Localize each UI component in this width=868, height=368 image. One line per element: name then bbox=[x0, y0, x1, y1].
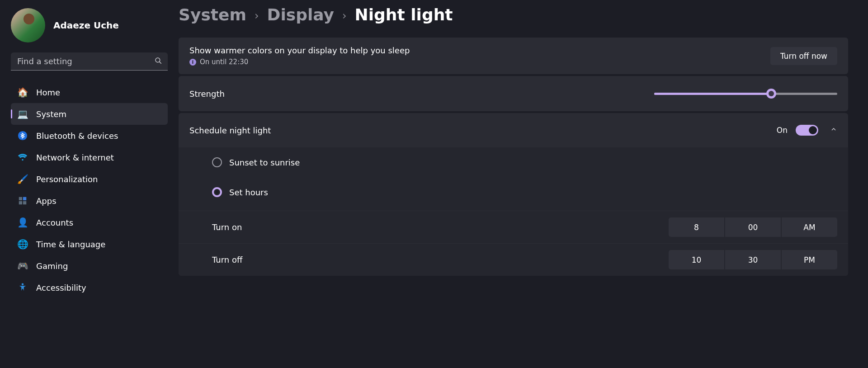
sidebar: Adaeze Uche 🏠Home💻SystemBluetooth & devi… bbox=[0, 0, 179, 368]
svg-rect-3 bbox=[19, 197, 22, 200]
chevron-up-icon[interactable] bbox=[830, 126, 837, 135]
sidebar-item-label: Gaming bbox=[36, 261, 68, 271]
avatar[interactable] bbox=[11, 8, 45, 42]
time-icon: 🌐 bbox=[17, 239, 28, 250]
schedule-options: Sunset to sunrise Set hours bbox=[179, 147, 848, 211]
search-icon[interactable] bbox=[154, 57, 162, 66]
turn-off-hour[interactable]: 10 bbox=[669, 250, 724, 269]
bluetooth-icon bbox=[17, 130, 28, 141]
turn-off-row: Turn off 10 30 PM bbox=[179, 243, 848, 276]
turn-off-now-button[interactable]: Turn off now bbox=[770, 47, 837, 65]
sidebar-item-accessibility[interactable]: Accessibility bbox=[11, 277, 168, 298]
sidebar-item-label: Accessibility bbox=[36, 283, 86, 293]
sidebar-item-accounts[interactable]: 👤Accounts bbox=[11, 212, 168, 233]
breadcrumb-current: Night light bbox=[355, 5, 453, 24]
night-light-status: On until 22:30 bbox=[200, 58, 248, 66]
svg-rect-6 bbox=[23, 201, 26, 204]
svg-point-7 bbox=[22, 283, 24, 285]
info-icon: i bbox=[189, 59, 196, 66]
sidebar-item-label: Time & language bbox=[36, 240, 105, 249]
sidebar-item-system[interactable]: 💻System bbox=[11, 103, 168, 125]
schedule-label: Schedule night light bbox=[189, 126, 271, 135]
svg-rect-5 bbox=[19, 201, 22, 204]
radio-icon[interactable] bbox=[212, 157, 222, 167]
chevron-right-icon: › bbox=[255, 9, 259, 22]
sidebar-item-home[interactable]: 🏠Home bbox=[11, 81, 168, 103]
sidebar-item-bluetooth[interactable]: Bluetooth & devices bbox=[11, 125, 168, 146]
accounts-icon: 👤 bbox=[17, 217, 28, 228]
sidebar-item-label: Home bbox=[36, 88, 60, 97]
user-name: Adaeze Uche bbox=[53, 20, 119, 31]
sidebar-item-time[interactable]: 🌐Time & language bbox=[11, 233, 168, 255]
turn-off-ampm[interactable]: PM bbox=[782, 250, 837, 269]
apps-icon bbox=[17, 195, 28, 206]
night-light-status-card: Show warmer colors on your display to he… bbox=[179, 38, 848, 74]
strength-label: Strength bbox=[189, 89, 225, 99]
schedule-card: Schedule night light On Sunset to sunris… bbox=[179, 113, 848, 276]
schedule-toggle-text: On bbox=[777, 126, 788, 135]
system-icon: 💻 bbox=[17, 109, 28, 119]
schedule-toggle[interactable] bbox=[796, 125, 818, 136]
sidebar-item-gaming[interactable]: 🎮Gaming bbox=[11, 255, 168, 277]
turn-on-ampm[interactable]: AM bbox=[782, 217, 837, 237]
breadcrumb: System › Display › Night light bbox=[179, 5, 848, 38]
personalization-icon: 🖌️ bbox=[17, 174, 28, 184]
option-sunset-to-sunrise[interactable]: Sunset to sunrise bbox=[179, 147, 848, 177]
svg-line-1 bbox=[160, 62, 161, 64]
search-input[interactable] bbox=[11, 52, 168, 71]
turn-on-time-picker: 8 00 AM bbox=[669, 217, 837, 237]
sidebar-item-label: Bluetooth & devices bbox=[36, 131, 118, 141]
svg-rect-4 bbox=[23, 197, 26, 200]
option-label: Set hours bbox=[229, 188, 268, 197]
radio-icon[interactable] bbox=[212, 187, 222, 197]
sidebar-item-label: Personalization bbox=[36, 175, 98, 184]
svg-point-0 bbox=[156, 58, 160, 62]
nav-list: 🏠Home💻SystemBluetooth & devicesNetwork &… bbox=[0, 79, 179, 298]
accessibility-icon bbox=[17, 282, 28, 293]
sidebar-item-apps[interactable]: Apps bbox=[11, 190, 168, 212]
sidebar-item-label: Apps bbox=[36, 196, 57, 206]
option-label: Sunset to sunrise bbox=[229, 158, 300, 167]
option-set-hours[interactable]: Set hours bbox=[179, 177, 848, 211]
strength-card: Strength bbox=[179, 76, 848, 111]
turn-off-label: Turn off bbox=[212, 255, 242, 264]
chevron-right-icon: › bbox=[342, 9, 347, 22]
breadcrumb-system[interactable]: System bbox=[179, 5, 246, 24]
search-wrap bbox=[11, 52, 168, 71]
sidebar-item-label: System bbox=[36, 109, 66, 119]
home-icon: 🏠 bbox=[17, 87, 28, 98]
breadcrumb-display[interactable]: Display bbox=[267, 5, 334, 24]
slider-thumb[interactable] bbox=[766, 89, 776, 99]
strength-slider[interactable] bbox=[654, 89, 837, 99]
sidebar-item-network[interactable]: Network & internet bbox=[11, 146, 168, 168]
sidebar-item-personalization[interactable]: 🖌️Personalization bbox=[11, 168, 168, 190]
turn-on-row: Turn on 8 00 AM bbox=[179, 211, 848, 243]
schedule-header[interactable]: Schedule night light On bbox=[179, 113, 848, 147]
turn-on-minute[interactable]: 00 bbox=[725, 217, 781, 237]
turn-off-minute[interactable]: 30 bbox=[725, 250, 781, 269]
sidebar-item-label: Network & internet bbox=[36, 153, 114, 162]
turn-on-label: Turn on bbox=[212, 222, 242, 232]
turn-on-hour[interactable]: 8 bbox=[669, 217, 724, 237]
gaming-icon: 🎮 bbox=[17, 260, 28, 271]
profile-block[interactable]: Adaeze Uche bbox=[0, 8, 179, 52]
turn-off-time-picker: 10 30 PM bbox=[669, 250, 837, 269]
network-icon bbox=[17, 152, 28, 163]
content-pane: System › Display › Night light Show warm… bbox=[179, 0, 868, 368]
night-light-description: Show warmer colors on your display to he… bbox=[189, 46, 410, 55]
sidebar-item-label: Accounts bbox=[36, 218, 73, 227]
